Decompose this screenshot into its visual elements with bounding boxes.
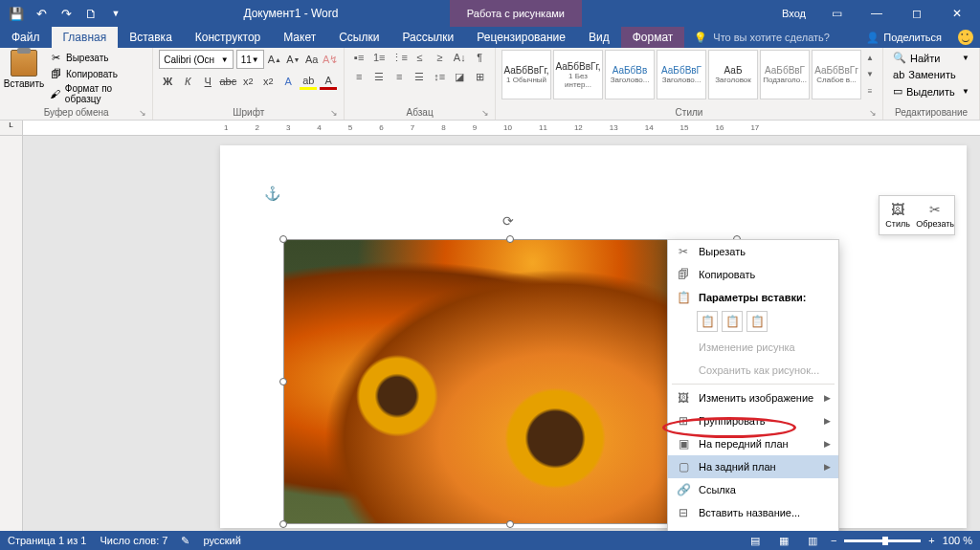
format-painter-button[interactable]: 🖌Формат по образцу bbox=[46, 82, 146, 105]
cm-paste-opt-2[interactable]: 📋 bbox=[722, 311, 743, 332]
font-color-button[interactable]: A bbox=[320, 73, 337, 90]
italic-button[interactable]: К bbox=[179, 73, 196, 90]
maximize-button[interactable]: ◻ bbox=[898, 0, 936, 27]
zoom-out-button[interactable]: − bbox=[831, 535, 836, 546]
page-indicator[interactable]: Страница 1 из 1 bbox=[8, 535, 86, 546]
share-button[interactable]: 👤 Поделиться bbox=[857, 27, 951, 48]
cm-insert-caption[interactable]: ⊟Вставить название... bbox=[668, 501, 838, 524]
style-item[interactable]: АаБбВвГг,1 Обычный bbox=[501, 50, 551, 99]
superscript-button[interactable]: x2 bbox=[259, 73, 277, 90]
styles-more-button[interactable]: ▲▼≡ bbox=[863, 50, 877, 99]
tab-references[interactable]: Ссылки bbox=[327, 27, 390, 48]
change-case-button[interactable]: Aa bbox=[303, 51, 319, 68]
cm-group[interactable]: ⊞Группировать▶ bbox=[668, 409, 838, 432]
tab-design[interactable]: Конструктор bbox=[184, 27, 272, 48]
paste-button[interactable]: Вставить bbox=[6, 50, 42, 107]
strike-button[interactable]: abc bbox=[219, 73, 236, 90]
resize-handle-tl[interactable] bbox=[279, 235, 287, 243]
show-marks-button[interactable]: ¶ bbox=[471, 50, 488, 65]
style-item[interactable]: АаБбВвЗаголово... bbox=[605, 50, 655, 99]
cm-change-image[interactable]: 🖼Изменить изображение▶ bbox=[668, 386, 838, 409]
copy-button[interactable]: 🗐Копировать bbox=[46, 66, 146, 81]
signin-link[interactable]: Вход bbox=[772, 8, 815, 19]
zoom-slider[interactable] bbox=[844, 539, 921, 542]
style-item[interactable]: АаБбВвГПодзаголо... bbox=[760, 50, 810, 99]
cm-link[interactable]: 🔗Ссылка bbox=[668, 478, 838, 501]
highlight-button[interactable]: ab bbox=[300, 73, 317, 90]
find-button[interactable]: 🔍Найти▼ bbox=[889, 50, 973, 66]
subscript-button[interactable]: x2 bbox=[239, 73, 256, 90]
clear-format-button[interactable]: A↯ bbox=[323, 51, 338, 68]
styles-gallery[interactable]: АаБбВвГг,1 ОбычныйАаБбВвГг,1 Без интер..… bbox=[501, 50, 877, 99]
grow-font-button[interactable]: A▲ bbox=[267, 51, 282, 68]
ribbon-options-button[interactable]: ▭ bbox=[817, 0, 856, 27]
clipboard-launcher[interactable]: ↘ bbox=[139, 108, 146, 118]
bullets-button[interactable]: ▪≡ bbox=[350, 50, 368, 65]
style-item[interactable]: АаБбВвГг,1 Без интер... bbox=[553, 50, 603, 99]
decrease-indent-button[interactable]: ≤ bbox=[411, 50, 428, 65]
resize-handle-bm[interactable] bbox=[506, 520, 514, 528]
spellcheck-icon[interactable]: ✎ bbox=[181, 535, 189, 547]
shading-button[interactable]: ◪ bbox=[451, 69, 468, 84]
redo-button[interactable]: ↷ bbox=[56, 3, 77, 24]
web-layout-button[interactable]: ▥ bbox=[802, 533, 823, 548]
resize-handle-bl[interactable] bbox=[279, 520, 287, 528]
font-name-combo[interactable]: Calibri (Осн▼ bbox=[159, 50, 233, 69]
cm-copy[interactable]: 🗐Копировать bbox=[668, 263, 838, 286]
tab-home[interactable]: Главная bbox=[52, 27, 119, 48]
zoom-in-button[interactable]: + bbox=[928, 535, 934, 546]
numbering-button[interactable]: 1≡ bbox=[370, 50, 388, 65]
new-doc-button[interactable]: 🗋 bbox=[80, 3, 101, 24]
shrink-font-button[interactable]: A▼ bbox=[285, 51, 301, 68]
cm-bring-front[interactable]: ▣На передний план▶ bbox=[668, 432, 838, 455]
close-button[interactable]: ✕ bbox=[938, 0, 976, 27]
horizontal-ruler[interactable]: L 1234567891011121314151617 bbox=[0, 121, 980, 136]
multilevel-button[interactable]: ⋮≡ bbox=[390, 50, 408, 65]
cm-paste-opt-1[interactable]: 📋 bbox=[697, 311, 718, 332]
tab-layout[interactable]: Макет bbox=[272, 27, 327, 48]
cut-button[interactable]: ✂Вырезать bbox=[46, 50, 146, 65]
replace-button[interactable]: abЗаменить bbox=[889, 67, 973, 82]
tab-format[interactable]: Формат bbox=[621, 27, 685, 48]
resize-handle-ml[interactable] bbox=[279, 378, 287, 385]
tab-view[interactable]: Вид bbox=[577, 27, 621, 48]
style-item[interactable]: АаБЗаголовок bbox=[708, 50, 758, 99]
word-count[interactable]: Число слов: 7 bbox=[100, 535, 167, 546]
minimize-button[interactable]: — bbox=[858, 0, 896, 27]
qat-dropdown[interactable]: ▼ bbox=[105, 3, 126, 24]
underline-button[interactable]: Ч bbox=[199, 73, 216, 90]
style-item[interactable]: АаБбВвГгСлабое в... bbox=[812, 50, 861, 99]
style-button[interactable]: 🖼Стиль bbox=[880, 196, 916, 234]
rotate-handle[interactable]: ⟳ bbox=[502, 213, 518, 229]
select-button[interactable]: ▭Выделить▼ bbox=[889, 83, 973, 99]
increase-indent-button[interactable]: ≥ bbox=[431, 50, 448, 65]
page[interactable]: ⚓ ⟳ 🖼Стиль ✂Обрезать bbox=[220, 145, 967, 528]
align-left-button[interactable]: ≡ bbox=[350, 69, 368, 84]
text-effects-button[interactable]: A bbox=[279, 73, 297, 90]
styles-launcher[interactable]: ↘ bbox=[869, 108, 877, 118]
borders-button[interactable]: ⊞ bbox=[471, 69, 488, 84]
font-launcher[interactable]: ↘ bbox=[330, 108, 338, 118]
style-item[interactable]: АаБбВвГЗаголово... bbox=[657, 50, 706, 99]
tell-me-search[interactable]: 💡 Что вы хотите сделать? bbox=[684, 27, 857, 48]
tab-file[interactable]: Файл bbox=[0, 27, 52, 48]
resize-handle-tm[interactable] bbox=[506, 235, 514, 243]
paragraph-launcher[interactable]: ↘ bbox=[481, 108, 489, 118]
vertical-ruler[interactable] bbox=[0, 136, 23, 531]
cm-cut[interactable]: ✂Вырезать bbox=[668, 240, 838, 263]
line-spacing-button[interactable]: ↕≡ bbox=[431, 69, 448, 84]
tab-insert[interactable]: Вставка bbox=[118, 27, 184, 48]
sort-button[interactable]: A↓ bbox=[451, 50, 468, 65]
cm-paste-opt-3[interactable]: 📋 bbox=[746, 311, 768, 332]
print-layout-button[interactable]: ▦ bbox=[773, 533, 794, 548]
align-center-button[interactable]: ☰ bbox=[370, 69, 388, 84]
bold-button[interactable]: Ж bbox=[159, 73, 176, 90]
crop-button[interactable]: ✂Обрезать bbox=[916, 196, 954, 234]
align-right-button[interactable]: ≡ bbox=[390, 69, 408, 84]
font-size-combo[interactable]: 11▼ bbox=[236, 50, 264, 69]
feedback-button[interactable] bbox=[951, 27, 980, 48]
tab-review[interactable]: Рецензирование bbox=[465, 27, 577, 48]
save-button[interactable]: 💾 bbox=[6, 3, 27, 24]
read-mode-button[interactable]: ▤ bbox=[745, 533, 766, 548]
cm-send-back[interactable]: ▢На задний план▶ bbox=[668, 455, 838, 478]
